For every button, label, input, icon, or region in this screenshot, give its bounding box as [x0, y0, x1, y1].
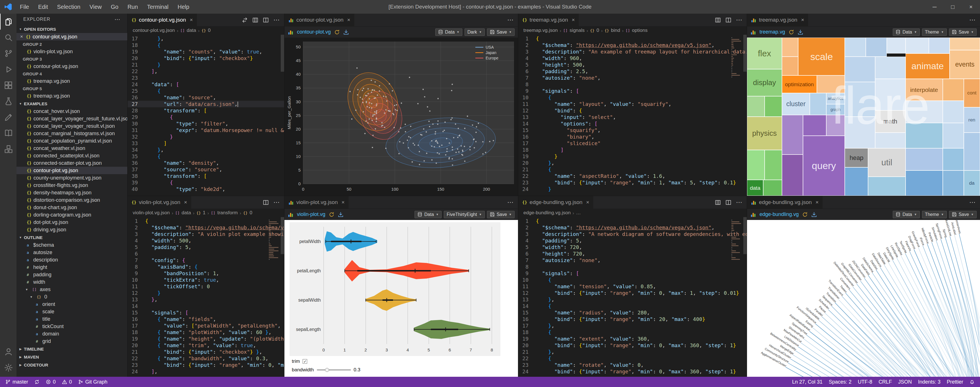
code-line[interactable]: 20 },: [518, 160, 747, 166]
code-line[interactable]: 29 {: [127, 114, 284, 120]
code-line[interactable]: 2 "$schema": "https://vega.github.io/sch…: [518, 224, 747, 231]
treemap-cell[interactable]: [765, 96, 782, 117]
code-line[interactable]: 30 "type": "filter",: [127, 120, 284, 127]
code-line[interactable]: 21 },: [518, 349, 747, 355]
treemap-cell[interactable]: [943, 79, 964, 101]
treemap-cell[interactable]: [943, 123, 964, 148]
code-line[interactable]: 6 "padding": 2.5,: [518, 68, 747, 75]
close-icon[interactable]: ×: [190, 17, 193, 23]
code-line[interactable]: 5 "width": 720,: [518, 244, 747, 250]
treemap-cell[interactable]: [868, 177, 905, 196]
code-line[interactable]: 13 "input": "select",: [518, 114, 747, 120]
download-icon[interactable]: [338, 212, 344, 217]
code-line[interactable]: 15 "squarify",: [518, 127, 747, 133]
more-actions-icon[interactable]: ⋯: [274, 16, 280, 24]
breadcrumb-item[interactable]: treemap.vg.json: [523, 27, 558, 33]
menu-terminal[interactable]: Terminal: [142, 0, 173, 14]
code-line[interactable]: 24 "bind": {"input": "range", "min": 0, …: [518, 368, 747, 375]
split-editor-icon[interactable]: [263, 17, 269, 23]
code-line[interactable]: 11 "tickOffset": 0: [127, 283, 284, 290]
code-line[interactable]: 1{: [518, 35, 747, 42]
code-line[interactable]: 21 }: [127, 61, 284, 68]
treemap-cell[interactable]: [765, 150, 782, 180]
outline-item[interactable]: ▼[]axes: [16, 286, 127, 293]
data-dropdown[interactable]: Data ▼: [893, 211, 920, 218]
code-line[interactable]: 18 {: [127, 42, 284, 48]
tab-violin-preview[interactable]: violin-plot.vg.json ×: [285, 196, 349, 209]
treemap-cell-scale[interactable]: scale: [798, 38, 845, 75]
file-item[interactable]: {}concat_marginal_histograms.vl.json: [16, 130, 127, 137]
treemap-cell-physics[interactable]: physics: [747, 117, 782, 150]
treemap-cell[interactable]: [845, 38, 866, 57]
testing-icon[interactable]: [0, 93, 16, 109]
refresh-icon[interactable]: [789, 29, 794, 35]
minimap[interactable]: [731, 37, 742, 78]
treemap-cell[interactable]: [905, 148, 943, 170]
code-line[interactable]: 22 { "name": "bandwidth", "value": 0.3,: [127, 355, 284, 362]
breadcrumb-item[interactable]: contour-plot.vg.json: [133, 27, 175, 33]
outline-item[interactable]: ▼{}0: [16, 293, 127, 301]
code-line[interactable]: 19 }: [518, 153, 747, 160]
treemap-cell[interactable]: [866, 38, 887, 57]
settings-icon[interactable]: [0, 360, 16, 376]
breadcrumb[interactable]: violin-plot.vg.json›[]data›{}1›[]transfo…: [127, 209, 284, 217]
code-line[interactable]: 10 {: [518, 94, 747, 101]
file-item[interactable]: {}concat_hover.vl.json: [16, 107, 127, 115]
layout-icon[interactable]: [715, 200, 721, 205]
treemap-cell[interactable]: [905, 123, 943, 148]
code-line[interactable]: 22 "name": "aspectRatio", "value": 1.6,: [518, 173, 747, 179]
code-line[interactable]: 16 "binary",: [518, 133, 747, 140]
code-line[interactable]: 4 "width": 960,: [518, 55, 747, 61]
treemap-cell[interactable]: [747, 96, 765, 117]
code-line[interactable]: 26 "name": "source",: [127, 94, 284, 101]
code-line[interactable]: 7 "config": {: [127, 257, 284, 264]
code-line[interactable]: 40 "type": "kde2d",: [127, 186, 284, 192]
treemap-cell-ren[interactable]: ren: [964, 107, 980, 133]
tab-violin-plot-json[interactable]: {} violin-plot.vg.json ×: [127, 196, 191, 209]
breadcrumb-item[interactable]: transform: [217, 210, 238, 216]
treemap-cell-events[interactable]: events: [950, 50, 980, 78]
file-item[interactable]: {}driving.vg.json: [16, 226, 127, 233]
treemap-cell-query[interactable]: query: [803, 136, 845, 196]
breadcrumb-item[interactable]: edge-bundling.vg.json: [523, 210, 571, 216]
minimap[interactable]: [731, 219, 742, 261]
statusbar-bell[interactable]: [966, 377, 978, 387]
treemap-cell-cluster[interactable]: cluster: [782, 93, 810, 115]
close-icon[interactable]: ×: [572, 17, 575, 23]
code-line[interactable]: 8: [518, 81, 747, 88]
treemap-cell-util[interactable]: util: [868, 148, 905, 177]
code-line[interactable]: 37 "source": "source",: [127, 166, 284, 173]
code-line[interactable]: 12 }: [127, 290, 284, 296]
code-line[interactable]: 24 ],: [127, 368, 284, 375]
code-line[interactable]: 22 {: [518, 355, 747, 362]
code-line[interactable]: 15 "signals": [: [127, 309, 284, 316]
treemap-cell[interactable]: [875, 133, 905, 149]
tab-treemap-json[interactable]: {} treemap.vg.json ×: [518, 14, 579, 26]
close-icon[interactable]: ×: [184, 199, 187, 205]
file-item[interactable]: {}dot-plot.vg.json: [16, 219, 127, 226]
file-item[interactable]: {}concat_layer_voyager_result.vl.json: [16, 122, 127, 130]
theme-dropdown[interactable]: Theme ▼: [922, 211, 947, 218]
open-editors-header[interactable]: ▼ OPEN EDITORS: [16, 25, 127, 33]
file-item[interactable]: {}contour-plot.vg.json: [16, 167, 127, 174]
code-line[interactable]: 23 "bind": {"input": "range", "min": 1, …: [518, 179, 747, 186]
data-dropdown[interactable]: Data ▼: [893, 29, 920, 36]
code-line[interactable]: 6 "height": 720,: [518, 250, 747, 257]
code-line[interactable]: 23: [127, 75, 284, 81]
close-icon[interactable]: ×: [801, 17, 804, 23]
layout-icon[interactable]: [715, 17, 721, 23]
code-line[interactable]: 19 { "name": "height", "update": "(plotW…: [127, 336, 284, 342]
slider-thumb[interactable]: [325, 368, 329, 372]
breadcrumb-item[interactable]: 0: [597, 27, 599, 33]
breadcrumb-item[interactable]: data: [187, 27, 196, 33]
more-actions-icon[interactable]: ⋯: [969, 16, 975, 24]
code-line[interactable]: 24 }: [518, 186, 747, 192]
treemap-cell-graph[interactable]: graph: [826, 104, 845, 115]
treemap-cell[interactable]: [782, 38, 798, 57]
treemap-cell[interactable]: [905, 38, 929, 53]
menu-selection[interactable]: Selection: [52, 0, 85, 14]
explorer-icon[interactable]: [0, 14, 16, 30]
code-line[interactable]: 14 "options": [: [518, 120, 747, 127]
treemap-cell-math[interactable]: math: [875, 110, 905, 133]
code-line[interactable]: 3 "description": "An example of treemap …: [518, 48, 747, 55]
